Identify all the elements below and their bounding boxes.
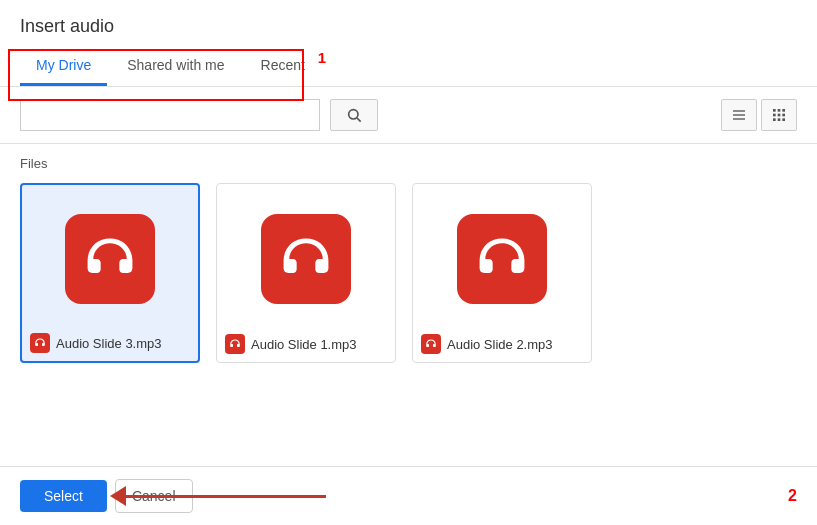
- search-input[interactable]: [20, 99, 320, 131]
- file-icon-area-2: [217, 184, 395, 334]
- files-grid: Audio Slide 3.mp3: [20, 183, 797, 363]
- search-icon: [346, 107, 362, 123]
- file-name-2: Audio Slide 1.mp3: [251, 337, 357, 352]
- svg-rect-9: [778, 114, 781, 117]
- audio-icon-large-1: [65, 214, 155, 304]
- svg-rect-5: [773, 109, 776, 112]
- list-view-icon: [731, 107, 747, 123]
- files-label: Files: [20, 156, 797, 171]
- file-icon-area-1: [22, 185, 198, 333]
- svg-point-0: [349, 110, 358, 119]
- headphone-icon-3: [474, 231, 530, 287]
- file-footer-2: Audio Slide 1.mp3: [217, 334, 395, 354]
- select-button[interactable]: Select: [20, 480, 107, 512]
- dialog-footer: Select Cancel 2: [0, 466, 817, 525]
- tabs-wrapper: 1 My Drive Shared with me Recent: [0, 47, 817, 87]
- grid-view-button[interactable]: [761, 99, 797, 131]
- file-name-1: Audio Slide 3.mp3: [56, 336, 162, 351]
- audio-icon-small-2: [225, 334, 245, 354]
- audio-icon-large-2: [261, 214, 351, 304]
- audio-icon-small-1: [30, 333, 50, 353]
- files-section: Files Audio Slide: [0, 144, 817, 466]
- dialog-title: Insert audio: [0, 0, 817, 47]
- headphone-icon-2: [278, 231, 334, 287]
- search-bar: [0, 87, 817, 144]
- svg-rect-10: [782, 114, 785, 117]
- audio-icon-small-3: [421, 334, 441, 354]
- tab-my-drive[interactable]: My Drive: [20, 47, 107, 86]
- file-footer-3: Audio Slide 2.mp3: [413, 334, 591, 354]
- headphone-small-1: [34, 337, 46, 349]
- arrow-annotation: [110, 486, 326, 506]
- svg-line-1: [357, 118, 361, 122]
- tabs-container: My Drive Shared with me Recent: [0, 47, 817, 87]
- svg-rect-3: [733, 114, 745, 115]
- headphone-small-2: [229, 338, 241, 350]
- insert-audio-dialog: Insert audio 1 My Drive Shared with me R…: [0, 0, 817, 525]
- file-name-3: Audio Slide 2.mp3: [447, 337, 553, 352]
- search-button[interactable]: [330, 99, 378, 131]
- tab-recent[interactable]: Recent: [245, 47, 321, 86]
- headphone-icon-1: [82, 231, 138, 287]
- svg-rect-4: [733, 118, 745, 119]
- grid-view-icon: [771, 107, 787, 123]
- file-card-audio-slide-1[interactable]: Audio Slide 1.mp3: [216, 183, 396, 363]
- svg-rect-12: [778, 118, 781, 121]
- arrow-head: [110, 486, 126, 506]
- svg-rect-7: [782, 109, 785, 112]
- file-card-audio-slide-2[interactable]: Audio Slide 2.mp3: [412, 183, 592, 363]
- headphone-small-3: [425, 338, 437, 350]
- list-view-button[interactable]: [721, 99, 757, 131]
- audio-icon-large-3: [457, 214, 547, 304]
- file-icon-area-3: [413, 184, 591, 334]
- file-footer-1: Audio Slide 3.mp3: [22, 333, 198, 353]
- annotation-2: 2: [788, 487, 797, 505]
- svg-rect-2: [733, 110, 745, 111]
- file-card-audio-slide-3[interactable]: Audio Slide 3.mp3: [20, 183, 200, 363]
- svg-rect-13: [782, 118, 785, 121]
- view-buttons: [721, 99, 797, 131]
- svg-rect-11: [773, 118, 776, 121]
- tab-shared-with-me[interactable]: Shared with me: [111, 47, 240, 86]
- arrow-line: [126, 495, 326, 498]
- svg-rect-6: [778, 109, 781, 112]
- svg-rect-8: [773, 114, 776, 117]
